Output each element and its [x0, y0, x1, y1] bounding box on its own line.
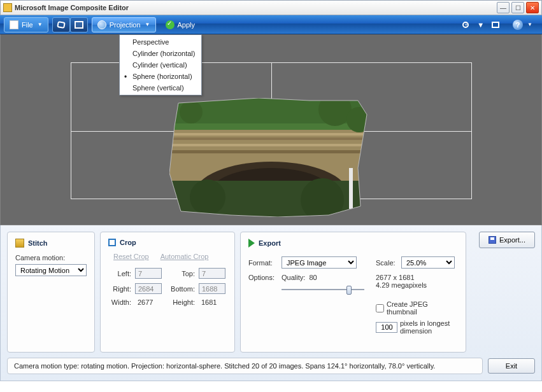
width-label: Width: [108, 298, 135, 306]
save-icon [489, 236, 496, 244]
fit-button[interactable] [487, 17, 504, 32]
projection-dropdown: Perspective Cylinder (horizontal) Cylind… [119, 34, 202, 95]
quality-value: 80 [309, 274, 317, 281]
output-dims: 2677 x 1681 [376, 274, 458, 281]
status-bar: Camera motion type: rotating motion. Pro… [7, 358, 483, 374]
menu-item-cylinder-h[interactable]: Cylinder (horizontal) [120, 48, 201, 59]
maximize-button[interactable]: ☐ [511, 2, 524, 13]
orientation-button[interactable] [70, 17, 88, 32]
export-panel: Export Format: JPEG Image Options: Quali… [240, 232, 466, 353]
stitch-icon [15, 239, 24, 248]
reset-crop-link[interactable]: Reset Crop [113, 253, 149, 260]
top-input[interactable] [199, 268, 225, 279]
close-button[interactable]: ✕ [526, 2, 539, 13]
export-button[interactable]: Export... [479, 232, 535, 248]
output-mpix: 4.29 megapixels [376, 281, 458, 289]
svg-rect-7 [169, 150, 373, 153]
quality-slider[interactable] [282, 284, 364, 295]
chevron-down-icon: ▼ [38, 22, 43, 27]
height-label: Height: [167, 298, 199, 306]
height-value: 1681 [199, 298, 231, 306]
orientation-icon [75, 21, 83, 29]
projection-label: Projection [110, 21, 141, 29]
zoom-button[interactable] [457, 17, 474, 32]
auto-crop-link[interactable]: Automatic Crop [160, 253, 209, 260]
format-select[interactable]: JPEG Image [282, 256, 357, 269]
svg-rect-2 [169, 123, 373, 130]
title-bar: Microsoft Image Composite Editor — ☐ ✕ [0, 0, 542, 15]
chevron-down-icon: ▼ [527, 22, 532, 27]
bottom-input[interactable] [199, 283, 225, 294]
zoom-in-icon [462, 22, 469, 28]
menu-item-cylinder-v[interactable]: Cylinder (vertical) [120, 59, 201, 71]
right-input[interactable] [135, 283, 162, 294]
exit-button[interactable]: Exit [488, 358, 535, 374]
scale-select[interactable]: 25.0% [401, 256, 455, 269]
app-icon [3, 3, 12, 12]
menu-item-sphere-v[interactable]: Sphere (vertical) [120, 82, 201, 94]
svg-rect-5 [169, 137, 373, 140]
help-button[interactable]: ? ▼ [507, 17, 538, 32]
camera-motion-select[interactable]: Rotating Motion [15, 264, 87, 276]
export-button-area: Export... [471, 232, 535, 353]
menu-item-sphere-h[interactable]: Sphere (horizontal) [120, 71, 201, 82]
svg-rect-6 [169, 144, 373, 146]
bottom-label: Bottom: [167, 285, 199, 293]
file-label: File [22, 21, 33, 29]
minimize-button[interactable]: — [497, 2, 510, 13]
status-text: Camera motion type: rotating motion. Pro… [14, 362, 435, 370]
menu-item-perspective[interactable]: Perspective [120, 36, 201, 48]
width-value: 2677 [135, 298, 167, 306]
svg-point-15 [180, 101, 203, 123]
stitch-panel: Stitch Camera motion: Rotating Motion [7, 232, 95, 353]
exit-label: Exit [506, 362, 517, 370]
left-input[interactable] [135, 268, 162, 279]
thumbnail-label: Create JPEG thumbnail [387, 300, 458, 316]
options-label: Options: [248, 274, 279, 281]
thumbnail-caption: pixels in longest dimension [400, 319, 458, 335]
export-button-label: Export... [499, 236, 525, 244]
crop-panel: Crop Reset Crop Automatic Crop Left: Top… [100, 232, 235, 353]
thumbnail-px-input[interactable] [376, 322, 397, 333]
rotate-icon [57, 21, 66, 29]
chevron-down-icon[interactable]: ▼ [477, 21, 484, 29]
apply-icon [166, 20, 175, 29]
toolbar: File ▼ Projection ▼ Apply ▼ ? ▼ [0, 15, 542, 34]
format-label: Format: [248, 259, 279, 267]
crop-title: Crop [120, 239, 136, 246]
crop-icon [108, 239, 116, 246]
thumbnail-checkbox[interactable] [376, 304, 384, 312]
left-label: Left: [108, 270, 135, 277]
file-icon [10, 20, 18, 29]
export-title: Export [259, 239, 281, 247]
help-icon: ? [513, 20, 523, 30]
fit-icon [492, 22, 499, 28]
stitch-title: Stitch [28, 239, 48, 247]
scale-label: Scale: [376, 259, 399, 267]
svg-point-11 [190, 179, 225, 215]
export-icon [248, 239, 255, 248]
rotate-ccw-button[interactable] [52, 17, 70, 32]
svg-point-14 [346, 107, 372, 132]
window-title: Microsoft Image Composite Editor [15, 4, 495, 11]
bottom-panels: Stitch Camera motion: Rotating Motion Cr… [0, 225, 542, 381]
file-menu-button[interactable]: File ▼ [4, 17, 48, 32]
camera-motion-label: Camera motion: [15, 254, 87, 262]
apply-button[interactable]: Apply [160, 17, 201, 32]
projection-menu-button[interactable]: Projection ▼ [92, 17, 156, 32]
panorama-image[interactable] [169, 98, 373, 217]
top-label: Top: [167, 270, 199, 277]
canvas-area[interactable] [0, 34, 542, 225]
svg-rect-16 [349, 168, 353, 209]
apply-label: Apply [178, 21, 196, 29]
quality-label: Quality: [282, 274, 305, 281]
chevron-down-icon: ▼ [145, 22, 150, 27]
svg-rect-4 [169, 133, 373, 136]
projection-icon [97, 20, 106, 29]
right-label: Right: [108, 285, 135, 293]
